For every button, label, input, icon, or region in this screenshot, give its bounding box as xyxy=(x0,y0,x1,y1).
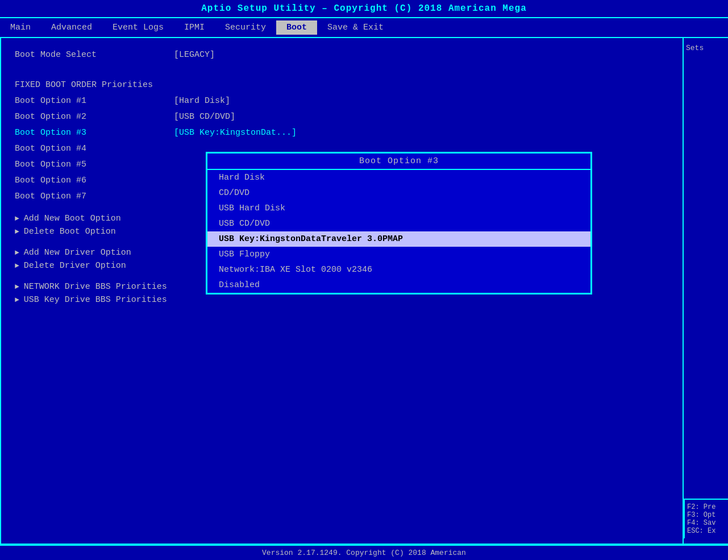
f4-desc: Sav xyxy=(704,519,716,527)
boot-option-3-label: Boot Option #3 xyxy=(15,128,174,138)
f2-desc: Pre xyxy=(704,503,716,511)
popup-item-network[interactable]: Network:IBA XE Slot 0200 v2346 xyxy=(207,262,590,277)
arrow-icon-1: ► xyxy=(15,214,19,223)
nav-save-exit[interactable]: Save & Exit xyxy=(317,20,394,35)
nav-main[interactable]: Main xyxy=(0,20,41,35)
content-panel: Boot Mode Select [LEGACY] FIXED BOOT ORD… xyxy=(0,38,683,545)
boot-option-1-label: Boot Option #1 xyxy=(15,96,174,106)
add-new-boot-label: Add New Boot Option xyxy=(24,214,121,223)
help-f4: F4: Sav xyxy=(687,519,726,527)
nav-event-logs[interactable]: Event Logs xyxy=(102,20,174,35)
boot-option-3-value[interactable]: [USB Key:KingstonDat...] xyxy=(174,128,297,138)
side-panel: Sets xyxy=(683,38,728,545)
delete-boot-label: Delete Boot Option xyxy=(24,227,116,237)
nav-advanced[interactable]: Advanced xyxy=(41,20,102,35)
boot-option-7-label: Boot Option #7 xyxy=(15,192,174,201)
f3-key: F3: xyxy=(687,511,700,519)
nav-ipmi[interactable]: IPMI xyxy=(174,20,215,35)
boot-option-1-row: Boot Option #1 [Hard Disk] xyxy=(15,94,669,107)
bottom-bar: Version 2.17.1249. Copyright (C) 2018 Am… xyxy=(0,545,728,560)
esc-desc: Ex xyxy=(708,527,715,535)
arrow-icon-3: ► xyxy=(15,248,19,257)
add-driver-label: Add New Driver Option xyxy=(24,248,131,258)
boot-mode-row: Boot Mode Select [LEGACY] xyxy=(15,48,669,61)
boot-option-2-value[interactable]: [USB CD/DVD] xyxy=(174,112,235,122)
network-bbs-label: NETWORK Drive BBS Priorities xyxy=(24,282,167,292)
arrow-icon-5: ► xyxy=(15,283,19,291)
nav-bar: Main Advanced Event Logs IPMI Security B… xyxy=(0,17,728,38)
main-area: Boot Mode Select [LEGACY] FIXED BOOT ORD… xyxy=(0,38,728,545)
boot-option-2-label: Boot Option #2 xyxy=(15,112,174,122)
popup-item-harddisk[interactable]: Hard Disk xyxy=(207,170,590,185)
side-panel-label: Sets xyxy=(686,44,704,52)
boot-option-3-row: Boot Option #3 [USB Key:KingstonDat...] xyxy=(15,126,669,139)
popup-item-usb-cddvd[interactable]: USB CD/DVD xyxy=(207,216,590,231)
f2-key: F2: xyxy=(687,503,700,511)
bottom-bar-text: Version 2.17.1249. Copyright (C) 2018 Am… xyxy=(262,549,466,557)
boot-mode-label: Boot Mode Select xyxy=(15,50,174,60)
boot-option-1-value[interactable]: [Hard Disk] xyxy=(174,96,230,106)
popup-item-cddvd[interactable]: CD/DVD xyxy=(207,185,590,201)
fixed-boot-order-title: FIXED BOOT ORDER Priorities xyxy=(15,80,669,90)
popup-item-usb-key[interactable]: USB Key:KingstonDataTraveler 3.0PMAP xyxy=(207,231,590,247)
help-keys-panel: F2: Pre F3: Opt F4: Sav ESC: Ex xyxy=(684,499,728,538)
delete-driver-label: Delete Driver Option xyxy=(24,261,126,271)
title-bar: Aptio Setup Utility – Copyright (C) 2018… xyxy=(0,0,728,17)
boot-option-6-label: Boot Option #6 xyxy=(15,176,174,185)
nav-boot[interactable]: Boot xyxy=(276,20,317,35)
nav-security[interactable]: Security xyxy=(215,20,276,35)
esc-key: ESC: xyxy=(687,527,704,535)
boot-mode-value[interactable]: [LEGACY] xyxy=(174,50,215,60)
popup-title: Boot Option #3 xyxy=(207,154,590,170)
usb-key-bbs-priorities[interactable]: ► USB Key Drive BBS Priorities xyxy=(15,295,669,305)
arrow-icon-6: ► xyxy=(15,296,19,304)
boot-option-4-label: Boot Option #4 xyxy=(15,144,174,154)
usb-key-bbs-label: USB Key Drive BBS Priorities xyxy=(24,295,167,305)
bios-screen: Aptio Setup Utility – Copyright (C) 2018… xyxy=(0,0,728,560)
arrow-icon-4: ► xyxy=(15,262,19,270)
boot-option-2-row: Boot Option #2 [USB CD/DVD] xyxy=(15,110,669,123)
help-esc: ESC: Ex xyxy=(687,527,726,535)
f3-desc: Opt xyxy=(704,511,716,519)
popup-item-disabled[interactable]: Disabled xyxy=(207,277,590,293)
help-f2: F2: Pre xyxy=(687,503,726,511)
f4-key: F4: xyxy=(687,519,700,527)
popup-item-usb-floppy[interactable]: USB Floppy xyxy=(207,247,590,262)
boot-option-popup: Boot Option #3 Hard Disk CD/DVD USB Hard… xyxy=(206,152,592,294)
popup-item-usb-harddisk[interactable]: USB Hard Disk xyxy=(207,201,590,216)
help-f3: F3: Opt xyxy=(687,511,726,519)
title-text: Aptio Setup Utility – Copyright (C) 2018… xyxy=(201,3,526,14)
arrow-icon-2: ► xyxy=(15,227,19,236)
boot-option-5-label: Boot Option #5 xyxy=(15,160,174,169)
